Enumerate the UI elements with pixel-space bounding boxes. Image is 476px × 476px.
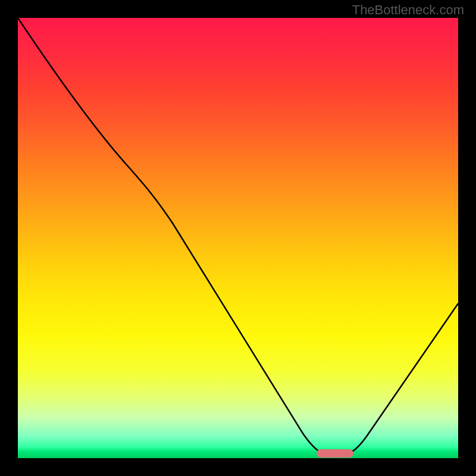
chart-svg [18,18,458,458]
watermark-text: TheBottleneck.com [352,2,464,18]
chart-plot-area [18,18,458,458]
optimal-range-marker [317,449,353,458]
bottleneck-curve [18,18,458,455]
